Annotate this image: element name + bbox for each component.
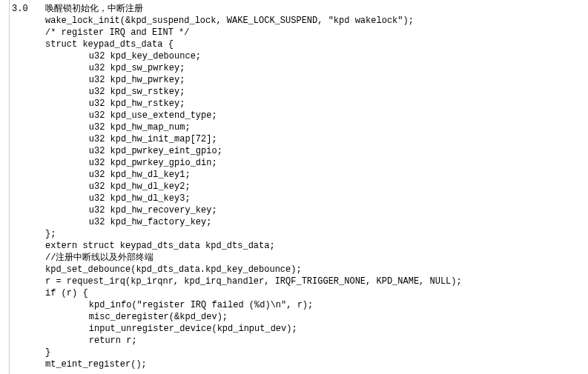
code-text: u32 kpd_hw_rstkey; xyxy=(45,98,185,110)
code-text: misc_deregister(&kpd_dev); xyxy=(45,311,228,323)
code-line: }; xyxy=(12,228,462,240)
code-text: return r; xyxy=(45,335,137,347)
code-line: u32 kpd_hw_rstkey; xyxy=(12,98,462,110)
code-text: u32 kpd_hw_dl_key1; xyxy=(45,169,191,181)
code-line: u32 kpd_key_debounce; xyxy=(12,50,462,62)
code-line: return r; xyxy=(12,335,462,347)
code-text: u32 kpd_use_extend_type; xyxy=(45,110,217,121)
code-block: 3.0 唤醒锁初始化，中断注册 wake_lock_init(&kpd_susp… xyxy=(12,3,462,370)
code-line: u32 kpd_hw_pwrkey; xyxy=(12,74,462,86)
code-text: kpd_info("register IRQ failed (%d)\n", r… xyxy=(45,299,313,311)
code-text: //注册中断线以及外部终端 xyxy=(45,252,153,264)
code-line: wake_lock_init(&kpd_suspend_lock, WAKE_L… xyxy=(12,15,462,27)
code-text: mt_eint_register(); xyxy=(45,358,147,370)
code-line: u32 kpd_sw_pwrkey; xyxy=(12,62,462,74)
code-line: extern struct keypad_dts_data kpd_dts_da… xyxy=(12,240,462,252)
code-text: u32 kpd_hw_init_map[72]; xyxy=(45,133,217,145)
code-line: misc_deregister(&kpd_dev); xyxy=(12,311,462,323)
code-line: u32 kpd_hw_dl_key1; xyxy=(12,169,462,181)
code-line: mt_eint_register(); xyxy=(12,358,462,370)
code-line: /* register IRQ and EINT */ xyxy=(12,27,462,39)
code-line: } xyxy=(12,347,462,358)
code-line: if (r) { xyxy=(12,287,462,299)
code-line: u32 kpd_sw_rstkey; xyxy=(12,86,462,98)
code-line: u32 kpd_hw_init_map[72]; xyxy=(12,133,462,145)
code-text: /* register IRQ and EINT */ xyxy=(45,27,189,39)
code-text: struct keypad_dts_data { xyxy=(45,39,174,50)
code-line: u32 kpd_hw_map_num; xyxy=(12,121,462,133)
code-line: input_unregister_device(kpd_input_dev); xyxy=(12,323,462,335)
heading-row: 3.0 唤醒锁初始化，中断注册 xyxy=(12,3,462,15)
code-text: r = request_irq(kp_irqnr, kpd_irq_handle… xyxy=(45,276,462,287)
code-line: struct keypad_dts_data { xyxy=(12,39,462,50)
page: 3.0 唤醒锁初始化，中断注册 wake_lock_init(&kpd_susp… xyxy=(0,0,588,374)
code-text: u32 kpd_sw_pwrkey; xyxy=(45,62,185,74)
code-line: u32 kpd_hw_dl_key2; xyxy=(12,181,462,193)
code-text: u32 kpd_key_debounce; xyxy=(45,50,201,62)
code-line: u32 kpd_pwrkey_eint_gpio; xyxy=(12,145,462,157)
code-text: extern struct keypad_dts_data kpd_dts_da… xyxy=(45,240,275,252)
code-text: u32 kpd_hw_dl_key3; xyxy=(45,193,191,204)
code-text: input_unregister_device(kpd_input_dev); xyxy=(45,323,297,335)
code-line: u32 kpd_use_extend_type; xyxy=(12,110,462,121)
code-text: }; xyxy=(45,228,56,240)
section-number: 3.0 xyxy=(12,3,45,15)
code-text: if (r) { xyxy=(45,287,88,299)
code-text: u32 kpd_hw_pwrkey; xyxy=(45,74,185,86)
code-text: u32 kpd_pwrkey_eint_gpio; xyxy=(45,145,222,157)
code-text: } xyxy=(45,347,50,358)
code-text: u32 kpd_pwrkey_gpio_din; xyxy=(45,157,217,169)
code-text: kpd_set_debounce(kpd_dts_data.kpd_key_de… xyxy=(45,264,302,276)
code-line: u32 kpd_hw_recovery_key; xyxy=(12,204,462,216)
code-text: u32 kpd_hw_dl_key2; xyxy=(45,181,191,193)
code-line: kpd_info("register IRQ failed (%d)\n", r… xyxy=(12,299,462,311)
code-line: u32 kpd_hw_factory_key; xyxy=(12,216,462,228)
code-text: u32 kpd_hw_map_num; xyxy=(45,121,191,133)
code-line: kpd_set_debounce(kpd_dts_data.kpd_key_de… xyxy=(12,264,462,276)
code-text: wake_lock_init(&kpd_suspend_lock, WAKE_L… xyxy=(45,15,414,27)
section-heading: 唤醒锁初始化，中断注册 xyxy=(45,3,143,15)
code-line: u32 kpd_pwrkey_gpio_din; xyxy=(12,157,462,169)
code-line: u32 kpd_hw_dl_key3; xyxy=(12,193,462,204)
gutter-line xyxy=(9,0,10,374)
code-line: //注册中断线以及外部终端 xyxy=(12,252,462,264)
code-line: r = request_irq(kp_irqnr, kpd_irq_handle… xyxy=(12,276,462,287)
code-text: u32 kpd_hw_recovery_key; xyxy=(45,204,217,216)
code-text: u32 kpd_hw_factory_key; xyxy=(45,216,211,228)
code-text: u32 kpd_sw_rstkey; xyxy=(45,86,185,98)
